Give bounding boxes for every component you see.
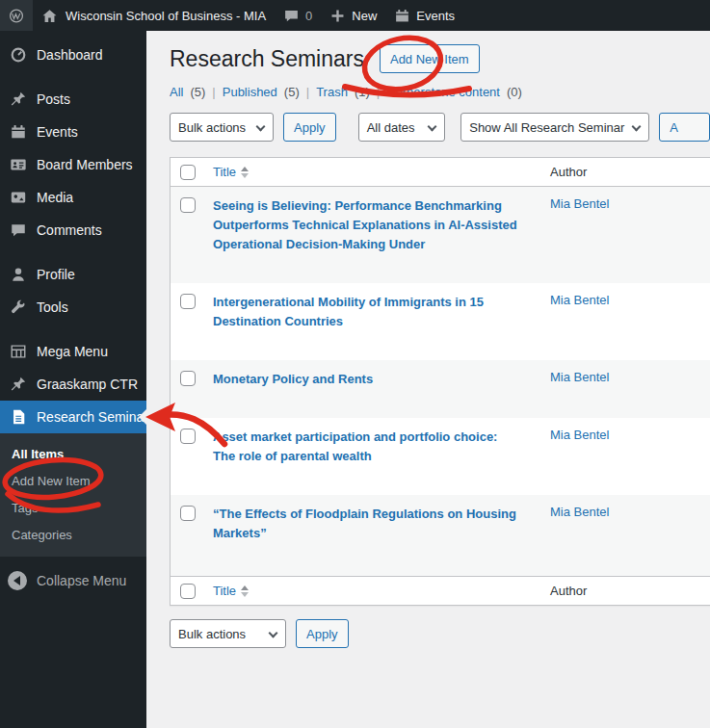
sidebar-item-research-seminars[interactable]: Research Seminars [0, 401, 146, 433]
post-title-link[interactable]: “The Effects of Floodplain Regulations o… [213, 507, 516, 540]
table-row: Seeing is Believing: Performance Benchma… [171, 187, 710, 283]
submenu-item-add-new-item[interactable]: Add New Item [0, 467, 146, 494]
dashboard-icon [10, 46, 27, 64]
active-menu-notch [139, 409, 146, 425]
author-link[interactable]: Mia Bentel [550, 428, 609, 442]
menu-separator [0, 71, 146, 83]
research-seminars-submenu: All Items Add New Item Tags Categories [0, 433, 146, 557]
events-label: Events [416, 9, 455, 23]
row-checkbox[interactable] [180, 506, 196, 521]
main-content: Research Seminars Add New Item All (5) |… [146, 31, 710, 728]
plus-icon [329, 8, 346, 24]
filter-button-clipped[interactable]: A [659, 113, 710, 142]
sidebar-item-tools[interactable]: Tools [0, 291, 146, 324]
column-footer-author: Author [550, 584, 587, 598]
view-published-link[interactable]: Published [223, 85, 277, 99]
select-all-checkbox[interactable] [180, 165, 196, 180]
sidebar-item-posts[interactable]: Posts [0, 83, 146, 116]
row-checkbox[interactable] [180, 429, 196, 444]
posts-list-table: Title Author Seeing is Believing: Perfor… [170, 157, 710, 606]
chevron-down-icon [632, 122, 642, 132]
post-title-link[interactable]: Seeing is Believing: Performance Benchma… [213, 198, 517, 251]
admin-bar: Wisconsin School of Business - MIA 0 New… [0, 0, 710, 31]
view-published-count: (5) [284, 85, 300, 99]
bulk-actions-select-bottom[interactable]: Bulk actions [170, 619, 286, 648]
chevron-down-icon [256, 122, 266, 132]
wordpress-menu-button[interactable] [0, 0, 33, 31]
select-all-checkbox[interactable] [180, 584, 196, 599]
taxonomy-filter-select[interactable]: Show All Research Seminar [460, 113, 649, 142]
sort-icon [241, 585, 249, 597]
column-footer-title[interactable]: Title [213, 584, 249, 598]
new-content-button[interactable]: New [321, 0, 385, 31]
home-icon [41, 8, 58, 24]
table-row: Intergenerational Mobility of Immigrants… [171, 283, 710, 360]
row-checkbox[interactable] [180, 294, 196, 309]
id-card-icon [10, 156, 27, 173]
view-separator: | [212, 85, 215, 99]
sidebar-item-dashboard[interactable]: Dashboard [0, 39, 146, 71]
column-header-title[interactable]: Title [213, 165, 249, 179]
sidebar-item-graaskamp-ctr[interactable]: Graaskamp CTR [0, 368, 146, 401]
post-title-link[interactable]: Monetary Policy and Rents [213, 372, 373, 386]
site-link[interactable]: Wisconsin School of Business - MIA [33, 0, 275, 31]
add-new-item-button[interactable]: Add New Item [380, 44, 480, 73]
chevron-down-icon [269, 629, 278, 638]
page-title: Research Seminars [170, 44, 364, 73]
sidebar-item-media[interactable]: Media [0, 181, 146, 214]
comments-shortcut[interactable]: 0 [275, 0, 321, 31]
wordpress-logo-icon [9, 8, 24, 24]
view-all-link[interactable]: All [170, 85, 183, 99]
apply-button[interactable]: Apply [283, 113, 336, 142]
view-filters: All (5) | Published (5) | Trash (1) | Co… [170, 85, 710, 99]
view-all-count: (5) [190, 85, 205, 99]
comment-bubble-icon [283, 8, 300, 24]
pin-icon [10, 376, 27, 393]
post-title-link[interactable]: Intergenerational Mobility of Immigrants… [213, 295, 484, 328]
row-checkbox[interactable] [180, 371, 196, 386]
apply-button-bottom[interactable]: Apply [296, 619, 349, 648]
view-separator: | [377, 85, 380, 99]
sidebar-item-comments[interactable]: Comments [0, 214, 146, 247]
wrench-icon [10, 299, 27, 316]
submenu-item-all-items[interactable]: All Items [0, 440, 146, 467]
page-header: Research Seminars Add New Item [170, 44, 710, 73]
events-shortcut[interactable]: Events [385, 0, 463, 31]
author-link[interactable]: Mia Bentel [550, 293, 609, 307]
menu-separator [0, 247, 146, 258]
author-link[interactable]: Mia Bentel [550, 196, 609, 211]
post-title-link[interactable]: Asset market participation and portfolio… [213, 429, 497, 463]
sidebar-item-profile[interactable]: Profile [0, 258, 146, 291]
table-toolbar-top: Bulk actions Apply All dates Show All Re… [170, 113, 710, 142]
author-link[interactable]: Mia Bentel [550, 505, 609, 519]
collapse-menu-button[interactable]: Collapse Menu [0, 564, 146, 597]
author-link[interactable]: Mia Bentel [550, 370, 609, 384]
date-filter-select[interactable]: All dates [358, 113, 446, 142]
view-separator: | [306, 85, 309, 99]
view-cornerstone-link[interactable]: Cornerstone content [386, 85, 500, 99]
submenu-item-categories[interactable]: Categories [0, 521, 146, 548]
sidebar-item-board-members[interactable]: Board Members [0, 148, 146, 181]
table-row: “The Effects of Floodplain Regulations o… [171, 495, 710, 576]
calendar-icon [10, 123, 27, 141]
row-checkbox[interactable] [180, 197, 196, 213]
bulk-actions-select[interactable]: Bulk actions [170, 113, 274, 142]
user-icon [10, 266, 27, 283]
view-trash-link[interactable]: Trash [316, 85, 348, 99]
new-label: New [352, 9, 377, 23]
admin-sidebar: Dashboard Posts Events Board Members [0, 31, 146, 728]
sidebar-item-events[interactable]: Events [0, 116, 146, 148]
sort-icon [241, 167, 249, 178]
submenu-item-tags[interactable]: Tags [0, 494, 146, 521]
pin-icon [10, 91, 27, 108]
grid-icon [10, 343, 27, 360]
sidebar-item-mega-menu[interactable]: Mega Menu [0, 335, 146, 368]
menu-separator [0, 324, 146, 335]
table-row: Asset market participation and portfolio… [171, 418, 710, 495]
table-toolbar-bottom: Bulk actions Apply [170, 619, 710, 648]
view-trash-count: (1) [355, 85, 370, 99]
chevron-down-icon [428, 122, 437, 132]
calendar-icon [394, 8, 410, 24]
site-name: Wisconsin School of Business - MIA [66, 9, 266, 23]
comment-icon [10, 221, 27, 239]
